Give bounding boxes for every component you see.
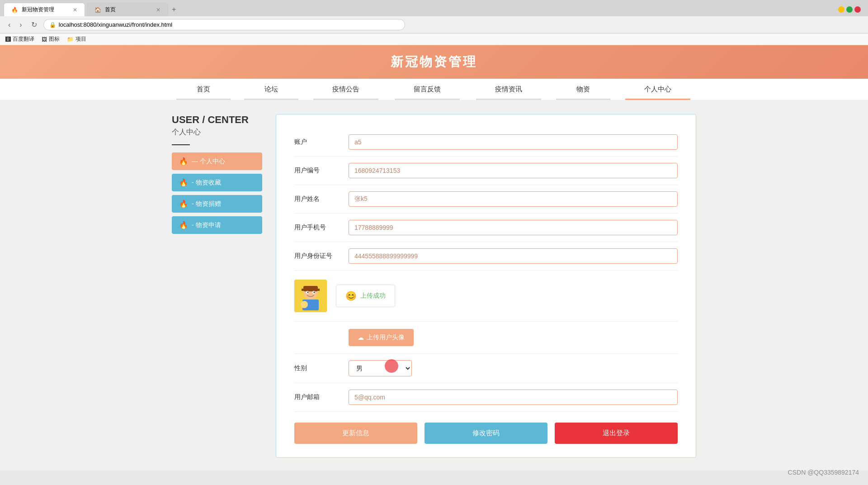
sidebar-menu: 🔥 — 个人中心 🔥 - 物资收藏 🔥 - 物资捐赠 🔥 - 物资申请 [172, 152, 262, 234]
fire-icon-3: 🔥 [179, 200, 188, 208]
sidebar-item-supplies-donation[interactable]: 🔥 - 物资捐赠 [172, 195, 262, 213]
upload-btn-label: 上传用户头像 [367, 333, 405, 342]
forward-button[interactable]: › [17, 20, 24, 30]
tab2-close-btn[interactable]: ✕ [156, 7, 160, 13]
phone-input[interactable] [349, 220, 678, 235]
avatar-image [294, 280, 327, 312]
site-nav: 首页 论坛 疫情公告 留言反馈 疫情资讯 物资 个人中心 [0, 79, 868, 100]
id-card-row: 用户身份证号 [294, 242, 678, 271]
fire-icon-4: 🔥 [179, 221, 188, 229]
new-tab-button[interactable]: + [168, 4, 179, 15]
nav-epidemic-news[interactable]: 疫情资讯 [468, 79, 549, 100]
id-card-label: 用户身份证号 [294, 252, 349, 260]
gender-row: 性别 男 女 [294, 354, 678, 383]
tab-label: 新冠物资管理 [22, 6, 54, 14]
fire-icon-2: 🔥 [179, 178, 188, 187]
tab-bar: 🔥 新冠物资管理 ✕ 🏠 首页 ✕ + [0, 0, 868, 16]
window-controls [835, 6, 864, 13]
id-card-input[interactable] [349, 248, 678, 264]
gender-select-container: 男 女 [349, 360, 412, 376]
gender-select[interactable]: 男 女 [349, 360, 412, 376]
username-label: 用户姓名 [294, 195, 349, 203]
site-title: 新冠物资管理 [8, 53, 860, 71]
upload-btn-row: ☁ 上传用户头像 [294, 322, 678, 354]
user-id-row: 用户编号 [294, 157, 678, 185]
tab2-favicon: 🏠 [94, 7, 101, 13]
email-row: 用户邮箱 [294, 383, 678, 412]
tab-favicon: 🔥 [11, 7, 18, 13]
lock-icon: 🔒 [49, 22, 56, 28]
sidebar-item-personal-center-label: — 个人中心 [192, 157, 225, 166]
minimize-button[interactable] [838, 6, 844, 13]
content-card: 账户 用户编号 用户姓名 用户手机号 [276, 114, 696, 458]
address-text: localhost:8080/xinguanwuzi/front/index.h… [59, 21, 172, 28]
avatar-svg [294, 280, 327, 312]
sidebar-divider [172, 144, 190, 145]
page-content: 新冠物资管理 首页 论坛 疫情公告 留言反馈 疫情资讯 物资 个人中心 USER… [0, 45, 868, 471]
upload-icon: ☁ [358, 334, 364, 341]
phone-row: 用户手机号 [294, 214, 678, 242]
sidebar-item-supplies-application-label: - 物资申请 [192, 221, 221, 229]
bookmark-bar: 🅱 百度翻译 🖼 图标 📁 项目 [0, 33, 868, 45]
site-header: 新冠物资管理 [0, 45, 868, 79]
email-input[interactable] [349, 390, 678, 405]
account-label: 账户 [294, 138, 349, 146]
nav-forum[interactable]: 论坛 [237, 79, 305, 100]
upload-success-label: 上传成功 [360, 292, 386, 300]
logout-button[interactable]: 退出登录 [555, 423, 678, 444]
tab-close-btn[interactable]: ✕ [73, 7, 77, 13]
gender-label: 性别 [294, 364, 349, 372]
account-input[interactable] [349, 134, 678, 150]
nav-feedback[interactable]: 留言反馈 [387, 79, 468, 100]
bookmark-project-icon: 📁 [67, 36, 74, 43]
sidebar-item-supplies-collection[interactable]: 🔥 - 物资收藏 [172, 174, 262, 191]
svg-point-8 [314, 292, 315, 293]
nav-home[interactable]: 首页 [170, 79, 237, 100]
nav-epidemic-notice[interactable]: 疫情公告 [305, 79, 387, 100]
sidebar-title-cn: 个人中心 [172, 128, 262, 137]
main-layout: USER / CENTER 个人中心 🔥 — 个人中心 🔥 - 物资收藏 🔥 -… [163, 114, 705, 458]
sidebar-item-supplies-application[interactable]: 🔥 - 物资申请 [172, 216, 262, 234]
tab-active[interactable]: 🔥 新冠物资管理 ✕ [4, 3, 85, 16]
sidebar-item-supplies-donation-label: - 物资捐赠 [192, 200, 221, 208]
address-bar-row: ‹ › ↻ 🔒 localhost:8080/xinguanwuzi/front… [0, 16, 868, 33]
user-id-input[interactable] [349, 163, 678, 178]
bookmark-icon-icon: 🖼 [42, 36, 47, 43]
bookmark-icon[interactable]: 🖼 图标 [42, 35, 60, 43]
nav-personal-center[interactable]: 个人中心 [617, 79, 698, 100]
svg-point-9 [301, 301, 308, 308]
maximize-button[interactable] [846, 6, 853, 13]
user-id-label: 用户编号 [294, 166, 349, 175]
change-password-button[interactable]: 修改密码 [425, 423, 547, 444]
sidebar-title-en: USER / CENTER [172, 114, 262, 126]
sidebar-item-personal-center[interactable]: 🔥 — 个人中心 [172, 152, 262, 170]
update-info-button[interactable]: 更新信息 [294, 423, 417, 444]
smile-icon: 😊 [345, 290, 357, 301]
upload-avatar-button[interactable]: ☁ 上传用户头像 [349, 329, 414, 346]
back-button[interactable]: ‹ [5, 20, 13, 30]
phone-label: 用户手机号 [294, 223, 349, 232]
close-window-button[interactable] [854, 6, 861, 13]
tab-inactive[interactable]: 🏠 首页 ✕ [87, 3, 168, 16]
username-input[interactable] [349, 191, 678, 207]
sidebar: USER / CENTER 个人中心 🔥 — 个人中心 🔥 - 物资收藏 🔥 -… [172, 114, 262, 458]
upload-success-badge: 😊 上传成功 [336, 285, 395, 307]
username-row: 用户姓名 [294, 185, 678, 214]
sidebar-item-supplies-collection-label: - 物资收藏 [192, 179, 221, 187]
watermark: CSDN @QQ3359892174 [788, 469, 859, 476]
address-bar[interactable]: 🔒 localhost:8080/xinguanwuzi/front/index… [43, 19, 405, 30]
nav-supplies[interactable]: 物资 [549, 79, 617, 100]
avatar-section: 😊 上传成功 [294, 271, 678, 322]
account-row: 账户 [294, 128, 678, 157]
bookmark-project[interactable]: 📁 项目 [67, 35, 86, 43]
bookmark-baidu-icon: 🅱 [5, 36, 11, 43]
bookmark-baidu[interactable]: 🅱 百度翻译 [5, 35, 34, 43]
action-row: 更新信息 修改密码 退出登录 [294, 423, 678, 444]
fire-icon-1: 🔥 [179, 157, 188, 166]
svg-point-7 [307, 292, 309, 293]
svg-rect-4 [302, 289, 320, 291]
tab2-label: 首页 [105, 6, 116, 14]
refresh-button[interactable]: ↻ [28, 19, 40, 30]
email-label: 用户邮箱 [294, 393, 349, 401]
